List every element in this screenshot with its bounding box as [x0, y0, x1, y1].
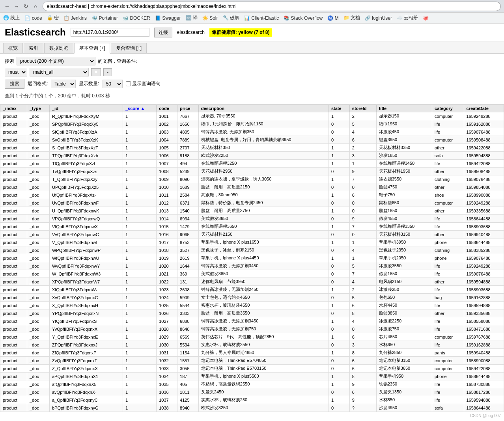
- tab-basic-query[interactable]: 基本查询 [+]: [74, 43, 110, 54]
- show-query-checkbox[interactable]: [126, 81, 131, 86]
- cell-category: computer: [432, 112, 464, 120]
- table-row[interactable]: product_docUPQpfIIBFIYq3FdqxXz5110101689…: [0, 183, 504, 191]
- index-select[interactable]: product (200 个文档): [17, 57, 95, 65]
- table-row[interactable]: product_docW_QpfIIBFIYq3FdqxnW311021369美…: [0, 270, 504, 278]
- table-row[interactable]: product_docZvQpfIIBFIYq3FdqxnxT110321557…: [0, 357, 504, 365]
- cell-description: 钟薛高冰激凌，无添加剂2450: [198, 286, 329, 294]
- refresh-button[interactable]: ↻: [22, 2, 30, 10]
- table-row[interactable]: product_docTPQpfIIBFIYq3FdqxXzb110069188…: [0, 152, 504, 160]
- table-row[interactable]: product_docZPQpfIIBFIYq3FdqxnxJ110305534…: [0, 341, 504, 349]
- bookmark-jenkins[interactable]: 📋 Jenkins: [63, 15, 87, 21]
- display-select[interactable]: 50 100 200: [103, 80, 123, 88]
- table-row[interactable]: product_docXPQpfIIBFIYq3FdqxnW711022131迷…: [0, 278, 504, 286]
- col-storeid[interactable]: storeId: [349, 105, 376, 112]
- table-row[interactable]: product_docVPQpfIIBFIYq3FdqxnwQ110146934…: [0, 215, 504, 223]
- table-row[interactable]: product_docU_QpfIIBFIYq3FdqxnwK110131540…: [0, 207, 504, 215]
- cell-_index: product: [0, 215, 27, 223]
- table-row[interactable]: product_docbPQpfIIBFIYq3FdqxnyG110388940…: [0, 404, 504, 412]
- table-row[interactable]: product_docR_QpfIIBFIYq3FdqxXyM110017667…: [0, 112, 504, 120]
- cell-category: life: [432, 270, 464, 278]
- cell-code: 1007: [157, 160, 177, 168]
- bookmark-swagger[interactable]: 📘 Swagger: [155, 15, 181, 21]
- bookmark-translate[interactable]: 🔤 译: [186, 15, 198, 21]
- complex-query-add[interactable]: [+]: [136, 45, 142, 51]
- col-state[interactable]: state: [329, 105, 349, 112]
- table-row[interactable]: product_docafQpfIIBFIYq3FdqxnX511035405不…: [0, 380, 504, 388]
- bookmark-loginuser[interactable]: 🔗 loginUser: [365, 15, 392, 21]
- must-select[interactable]: must: [5, 68, 27, 76]
- bookmark-m[interactable]: Ⓜ️ M: [327, 15, 338, 21]
- table-row[interactable]: product_docXfQpfIIBFIYq3FdqxnW-110232608…: [0, 286, 504, 294]
- table-row[interactable]: product_docSPQpfIIBFIYq3FdqxXy5110021656…: [0, 120, 504, 128]
- home-button[interactable]: ⌂: [32, 2, 39, 10]
- cell-category: other: [432, 168, 464, 175]
- col-description[interactable]: description: [198, 105, 329, 112]
- bookmark-cloud-album[interactable]: ☁️ 云相册: [397, 15, 418, 21]
- basic-query-add[interactable]: [+]: [99, 45, 105, 51]
- col-price[interactable]: price: [177, 105, 199, 112]
- table-row[interactable]: product_docTvQpfIIBFIYq3FdqxXzs110085239…: [0, 168, 504, 175]
- bookmark-code[interactable]: 📄 code: [24, 15, 42, 21]
- bookmark-client-elastic[interactable]: 📊 Client-Elastic: [244, 15, 279, 21]
- table-row[interactable]: product_docSvQpfIIBFIYq3FdqxXzK110047889…: [0, 136, 504, 144]
- col-createdate[interactable]: createDate: [464, 105, 504, 112]
- tab-data-browser[interactable]: 数据浏览: [44, 43, 73, 53]
- col-type[interactable]: _type: [27, 105, 49, 112]
- table-row[interactable]: product_docaPQpfIIBFIYq3FdqxnX111034187苹…: [0, 373, 504, 380]
- table-row[interactable]: product_docSfQpfIIBFIYq3FdqxXzA110034805…: [0, 128, 504, 136]
- cell-_type: _doc: [27, 112, 49, 120]
- col-score[interactable]: _score ▲: [123, 105, 156, 112]
- bookmark-stackoverflow[interactable]: 📚 Stack Overflow: [284, 15, 323, 21]
- col-title[interactable]: title: [376, 105, 432, 112]
- bookmark-github[interactable]: 🐙: [423, 15, 429, 21]
- table-row[interactable]: product_docX_QpfIIBFIYq3FdqxnxH110255544…: [0, 302, 504, 309]
- table-row[interactable]: product_docWPQpfIIBFIYq3FdqxnwP110183527…: [0, 246, 504, 254]
- cell-_type: _doc: [27, 349, 49, 357]
- match-select[interactable]: match_all: [30, 68, 89, 76]
- table-row[interactable]: product_docVvQpfIIBFIYq3FdqxnwC110169065…: [0, 231, 504, 238]
- search-button[interactable]: 搜索: [5, 79, 24, 89]
- table-row[interactable]: product_docVfQpfIIBFIYq3FdqxnwX110151479…: [0, 223, 504, 231]
- url-input[interactable]: [71, 28, 149, 37]
- table-row[interactable]: product_docZ_QpfIIBFIYq3FdqxnxX110333055…: [0, 365, 504, 373]
- forward-button[interactable]: →: [13, 2, 21, 10]
- col-category[interactable]: category: [432, 105, 464, 112]
- table-row[interactable]: product_doca_QpfIIBFIYq3FdqxnyC110374125…: [0, 396, 504, 404]
- col-code[interactable]: code: [157, 105, 177, 112]
- table-row[interactable]: product_docTfQpfIIBFIYq3FdqxXzl11007494在…: [0, 160, 504, 168]
- table-row[interactable]: product_docY_QpfIIBFIYq3FdqxnxE110296569…: [0, 333, 504, 341]
- table-row[interactable]: product_docXvQpfIIBFIYq3FdqxnxC110245909…: [0, 294, 504, 302]
- table-row[interactable]: product_docYfQpfIIBFIYq3FdqxnxS110276888…: [0, 317, 504, 325]
- bookmark-docker[interactable]: 🐋 DOCKER: [123, 15, 150, 21]
- bookmark-crack[interactable]: 🔧 破解: [223, 15, 239, 21]
- tab-index[interactable]: 索引: [24, 43, 43, 53]
- address-bar[interactable]: elasticsearch-head | chrome-extension://…: [43, 2, 501, 11]
- bookmark-secret[interactable]: 🔒 密: [47, 15, 59, 21]
- bookmark-portainer[interactable]: 🐳 Portainer: [91, 15, 118, 21]
- connect-button[interactable]: 连接: [154, 28, 172, 37]
- tab-overview[interactable]: 概览: [3, 43, 23, 53]
- cell-createDate: 1659422088: [464, 144, 504, 152]
- table-row[interactable]: product_docavQpfIIBFIYq3FdqxnX-110361811…: [0, 388, 504, 396]
- tab-complex-query[interactable]: 复合查询 [+]: [111, 43, 147, 53]
- table-row[interactable]: product_docUvQpfIIBFIYq3FdqxnwF110126371…: [0, 199, 504, 207]
- table-row[interactable]: product_docYvQpfIIBFIYq3FdqxnxX110288648…: [0, 325, 504, 333]
- bookmark-docs[interactable]: 📁 文档: [343, 15, 360, 21]
- table-row[interactable]: product_docYPQpfIIBFIYq3FdqxnxN110263303…: [0, 309, 504, 317]
- bookmark-solr[interactable]: ☀️ Solr: [202, 15, 218, 21]
- table-row[interactable]: product_docS_QpfIIBFIYq3FdqxXzT110052707…: [0, 144, 504, 152]
- back-button[interactable]: ←: [3, 2, 11, 10]
- query-add-button[interactable]: +: [91, 68, 101, 76]
- table-row[interactable]: product_docZfQpfIIBFIYq3FdqxnxP110311154…: [0, 349, 504, 357]
- table-row[interactable]: product_docWfQpfIIBFIYq3FdqxnwU110192619…: [0, 254, 504, 262]
- format-select[interactable]: Table JSON: [51, 80, 76, 88]
- cell-_index: product: [0, 357, 27, 365]
- query-remove-button[interactable]: -: [103, 68, 112, 76]
- table-row[interactable]: product_docUfQpfIIBFIYq3FdqxXz-110112584…: [0, 191, 504, 199]
- table-row[interactable]: product_docT_QpfIIBFIYq3FdqxXzy110098090…: [0, 175, 504, 183]
- table-row[interactable]: product_docWvQpfIIBFIYq3FdqxnwY110201644…: [0, 262, 504, 270]
- col-id[interactable]: _id: [49, 105, 123, 112]
- table-row[interactable]: product_docV_QpfIIBFIYq3FdqxnwI110178753…: [0, 238, 504, 246]
- col-index[interactable]: _index: [0, 105, 27, 112]
- bookmark-online[interactable]: 🌐 线上: [3, 15, 20, 21]
